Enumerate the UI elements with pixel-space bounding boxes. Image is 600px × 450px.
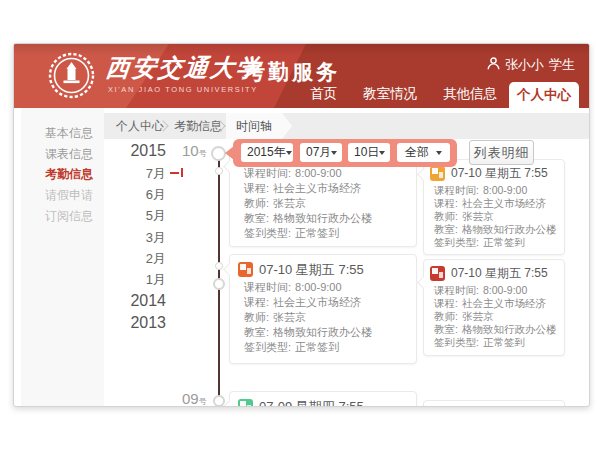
sidebar: 基本信息 课表信息 考勤信息 请假申请 订阅信息 xyxy=(21,108,104,406)
caret-down-icon xyxy=(436,151,442,155)
timeline-node xyxy=(211,146,226,161)
screen: 西安交通大学 XI'AN JIAO TONG UNIVERSITY 考勤服务 张… xyxy=(0,0,600,450)
sidebar-item-basic-info[interactable]: 基本信息 xyxy=(45,125,93,142)
timeline-node xyxy=(213,278,225,290)
month-dropdown[interactable]: 07月 xyxy=(300,143,342,162)
axis-year-2014[interactable]: 2014 xyxy=(106,292,166,310)
axis-month-7[interactable]: 7月 xyxy=(106,165,166,183)
caret-down-icon xyxy=(331,151,337,155)
stamp-red-icon xyxy=(430,266,445,281)
axis-month-2[interactable]: 2月 xyxy=(106,250,166,268)
timeline-node xyxy=(215,262,223,270)
top-nav: 首页 教室情况 其他信息 xyxy=(310,85,497,103)
date-filter-bar: 2015年 07月 10日 全部 xyxy=(233,139,457,167)
timeline-node xyxy=(213,395,225,407)
axis-year-2015[interactable]: 2015 xyxy=(106,142,166,160)
attendance-card: 07-10 星期五 7:55 课程时间:8:00-9:00 课程:社会主义市场经… xyxy=(423,259,565,356)
attendance-card xyxy=(423,400,565,407)
nav-item-home[interactable]: 首页 xyxy=(310,85,337,103)
axis-month-5[interactable]: 5月 xyxy=(106,207,166,225)
day-dropdown[interactable]: 10日 xyxy=(348,143,390,162)
caret-down-icon xyxy=(379,151,385,155)
axis-month-3[interactable]: 3月 xyxy=(106,229,166,247)
stamp-yellow-icon xyxy=(430,166,445,181)
attendance-card: 07-10 星期五 7:55 课程时间:8:00-9:00 课程:社会主义市场经… xyxy=(229,254,417,364)
university-name-en: XI'AN JIAO TONG UNIVERSITY xyxy=(108,85,258,94)
card-date: 07-09 星期四 7:55 xyxy=(259,399,364,407)
year-dropdown[interactable]: 2015年 xyxy=(241,143,293,162)
stamp-orange-icon xyxy=(238,262,253,277)
current-month-marker xyxy=(170,168,183,177)
sidebar-item-attendance-info[interactable]: 考勤信息 xyxy=(45,166,93,183)
user-icon xyxy=(487,57,500,73)
user-role: 学生 xyxy=(549,56,575,74)
user-info[interactable]: 张小小 学生 xyxy=(487,56,575,74)
sidebar-item-schedule-info[interactable]: 课表信息 xyxy=(45,146,93,163)
user-name: 张小小 xyxy=(505,56,544,74)
card-date: 07-10 星期五 7:55 xyxy=(451,166,548,181)
service-title: 考勤服务 xyxy=(244,58,340,86)
university-name-cn: 西安交通大学 xyxy=(104,52,263,84)
list-detail-button[interactable]: 列表明细 xyxy=(469,140,534,165)
timeline-node xyxy=(215,167,223,175)
caret-down-icon xyxy=(286,151,292,155)
university-logo-icon xyxy=(48,52,95,99)
app-window: 西安交通大学 XI'AN JIAO TONG UNIVERSITY 考勤服务 张… xyxy=(13,43,590,407)
card-date: 07-10 星期五 7:55 xyxy=(451,266,548,281)
type-dropdown[interactable]: 全部 xyxy=(397,143,450,162)
attendance-card: 07-09 星期四 7:55 xyxy=(229,391,417,407)
sidebar-item-leave-request[interactable]: 请假申请 xyxy=(45,187,93,204)
nav-item-classrooms[interactable]: 教室情况 xyxy=(363,85,417,103)
day-marker-09: 09号 xyxy=(182,390,207,407)
sidebar-item-subscription-info[interactable]: 订阅信息 xyxy=(45,208,93,225)
breadcrumb: 个人中心 考勤信息 时间轴 xyxy=(104,113,589,139)
day-marker-10: 10号 xyxy=(182,142,207,159)
app-header: 西安交通大学 XI'AN JIAO TONG UNIVERSITY 考勤服务 张… xyxy=(14,44,589,108)
nav-item-other-info[interactable]: 其他信息 xyxy=(443,85,497,103)
axis-month-1[interactable]: 1月 xyxy=(106,271,166,289)
card-date: 07-10 星期五 7:55 xyxy=(259,262,364,277)
axis-month-6[interactable]: 6月 xyxy=(106,186,166,204)
attendance-card: 07-10 星期五 7:55 课程时间:8:00-9:00 课程:社会主义市场经… xyxy=(423,159,565,255)
nav-item-personal-center[interactable]: 个人中心 xyxy=(509,82,579,108)
breadcrumb-item-timeline[interactable]: 时间轴 xyxy=(226,113,292,139)
stamp-green-icon xyxy=(238,399,253,407)
axis-year-2013[interactable]: 2013 xyxy=(106,314,166,332)
